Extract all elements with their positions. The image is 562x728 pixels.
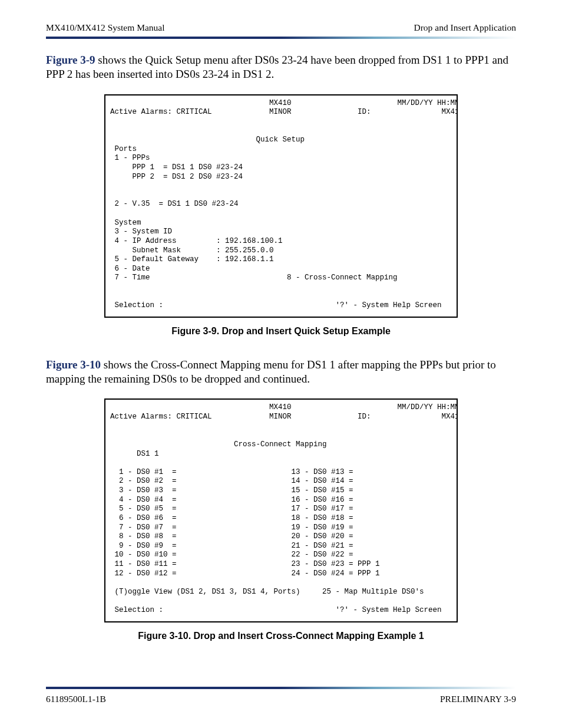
figure-caption-3-10: Figure 3-10. Drop and Insert Cross-Conne… [46, 631, 516, 641]
figure-ref-3-10: Figure 3-10 [46, 358, 101, 371]
page: MX410/MX412 System Manual Drop and Inser… [0, 0, 562, 728]
running-header: MX410/MX412 System Manual Drop and Inser… [46, 22, 516, 33]
paragraph-1: Figure 3-9 shows the Quick Setup menu af… [46, 53, 516, 81]
spacer [46, 663, 516, 663]
terminal-quick-setup: MX410 MM/DD/YY HH:MM Active Alarms: CRIT… [104, 94, 458, 318]
running-footer: 61189500L1-1B PRELIMINARY 3-9 [46, 694, 516, 704]
terminal-cross-connect: MX410 MM/DD/YY HH:MM Active Alarms: CRIT… [104, 398, 458, 622]
paragraph-2: Figure 3-10 shows the Cross-Connect Mapp… [46, 358, 516, 386]
paragraph-2-text: shows the Cross-Connect Mapping menu for… [46, 358, 496, 385]
footer-right: PRELIMINARY 3-9 [440, 694, 516, 704]
header-rule [46, 37, 516, 39]
figure-ref-3-9: Figure 3-9 [46, 54, 95, 66]
header-right: Drop and Insert Application [414, 22, 516, 33]
footer-left: 61189500L1-1B [46, 694, 106, 704]
paragraph-1-text: shows the Quick Setup menu after DS0s 23… [46, 54, 508, 80]
figure-caption-3-9: Figure 3-9. Drop and Insert Quick Setup … [46, 326, 516, 337]
header-left: MX410/MX412 System Manual [46, 22, 165, 33]
footer-rule [46, 687, 516, 689]
